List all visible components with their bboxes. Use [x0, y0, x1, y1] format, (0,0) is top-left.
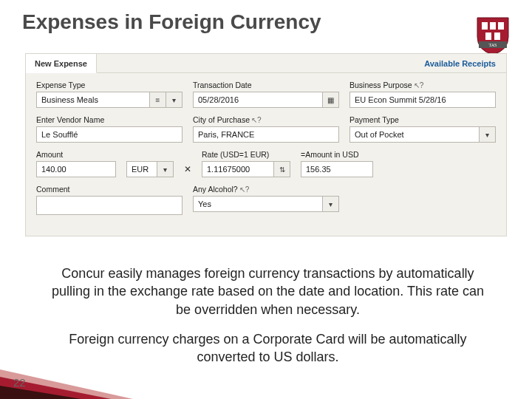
label-transaction-date: Transaction Date: [193, 81, 339, 89]
tab-new-expense[interactable]: New Expense: [26, 54, 97, 73]
svg-rect-0: [482, 22, 488, 30]
tab-bar: New Expense Available Receipts: [26, 54, 506, 73]
page-title: Expenses in Foreign Currency: [22, 10, 321, 34]
caption-paragraph-1: Concur easily manages foreign currency t…: [44, 265, 491, 318]
label-expense-type: Expense Type: [36, 81, 183, 89]
comment-field[interactable]: [36, 196, 183, 215]
label-amount: Amount: [36, 150, 116, 159]
label-payment-type: Payment Type: [349, 115, 496, 124]
svg-rect-4: [494, 33, 500, 40]
help-icon[interactable]: ↖?: [239, 185, 250, 194]
multiply-icon: ✕: [184, 150, 191, 177]
svg-text:TAS: TAS: [489, 43, 497, 47]
harvard-crest-icon: TAS: [476, 15, 510, 56]
alcohol-select[interactable]: Yes ▾: [193, 196, 339, 212]
amount-usd-field: 156.35: [301, 161, 373, 177]
help-icon[interactable]: ↖?: [251, 116, 262, 124]
label-alcohol: Any Alcohol?↖?: [193, 185, 339, 194]
svg-marker-9: [0, 386, 81, 399]
caption: Concur easily manages foreign currency t…: [44, 265, 491, 366]
label-rate: Rate (USD=1 EUR): [202, 150, 290, 159]
svg-rect-3: [485, 33, 491, 40]
swap-icon[interactable]: ⇅: [273, 162, 290, 177]
caption-paragraph-2: Foreign currency charges on a Corporate …: [44, 330, 491, 366]
tab-available-receipts[interactable]: Available Receipts: [414, 54, 506, 72]
calendar-icon[interactable]: ▦: [322, 92, 338, 107]
label-amount-usd: =Amount in USD: [301, 150, 373, 159]
label-vendor: Enter Vendor Name: [36, 115, 183, 124]
help-icon[interactable]: ↖?: [414, 81, 424, 89]
list-icon[interactable]: ≡: [149, 92, 166, 107]
chevron-down-icon[interactable]: ▾: [322, 197, 338, 211]
chevron-down-icon[interactable]: ▾: [166, 92, 182, 107]
transaction-date-field[interactable]: 05/28/2016 ▦: [193, 92, 339, 108]
expense-type-field[interactable]: Business Meals ≡ ▾: [36, 92, 183, 108]
payment-type-field[interactable]: Out of Pocket ▾: [349, 126, 496, 143]
chevron-down-icon[interactable]: ▾: [157, 162, 173, 177]
amount-field[interactable]: 140.00: [36, 161, 116, 177]
page-number: 22: [13, 376, 26, 389]
expense-form: New Expense Available Receipts Expense T…: [25, 53, 507, 236]
label-city: City of Purchase↖?: [193, 115, 339, 124]
business-purpose-field[interactable]: EU Econ Summit 5/28/16: [349, 92, 496, 108]
svg-rect-2: [498, 22, 504, 30]
vendor-field[interactable]: Le Soufflé: [36, 126, 183, 143]
city-field[interactable]: Paris, FRANCE: [193, 126, 339, 143]
rate-field[interactable]: 1.11675000 ⇅: [202, 161, 290, 177]
label-business-purpose: Business Purpose↖?: [349, 81, 496, 89]
currency-select[interactable]: EUR ▾: [126, 161, 174, 177]
chevron-down-icon[interactable]: ▾: [479, 127, 495, 142]
svg-rect-1: [490, 22, 496, 30]
label-comment: Comment: [36, 185, 183, 194]
